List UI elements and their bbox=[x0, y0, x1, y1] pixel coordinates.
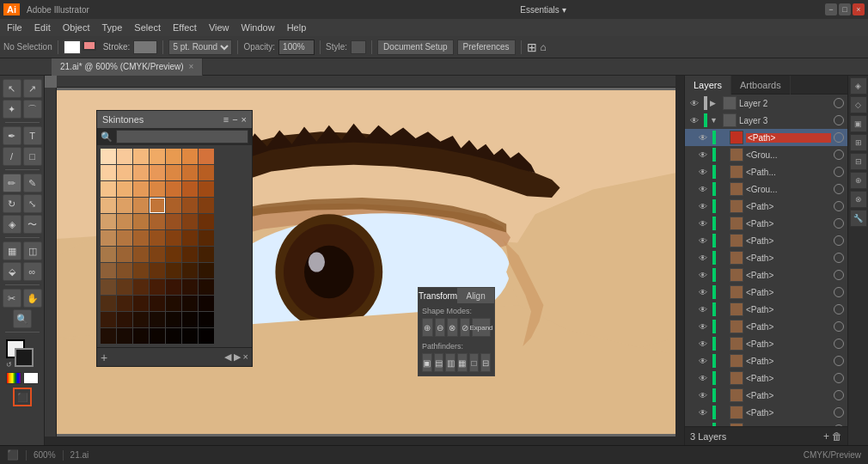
swatch-0-3[interactable] bbox=[150, 149, 165, 164]
layer-visibility-path9[interactable]: 👁 bbox=[697, 303, 709, 315]
menu-select[interactable]: Select bbox=[129, 21, 166, 34]
layer-target-group2[interactable] bbox=[834, 184, 844, 194]
swatch-4-3[interactable] bbox=[150, 214, 165, 229]
skintones-close-btn[interactable]: × bbox=[241, 114, 247, 125]
stroke-color-indicator[interactable] bbox=[83, 40, 100, 54]
layer-visibility-path5[interactable]: 👁 bbox=[697, 235, 709, 247]
layer-row-path13[interactable]: 👁<Path> bbox=[685, 369, 847, 387]
layer-row-path12[interactable]: 👁<Path> bbox=[685, 352, 847, 369]
swatch-10-4[interactable] bbox=[166, 312, 181, 327]
type-tool[interactable]: T bbox=[23, 126, 42, 145]
tab-transform[interactable]: Transform bbox=[419, 288, 457, 303]
layer-target-path10[interactable] bbox=[834, 321, 844, 332]
swatch-1-5[interactable] bbox=[182, 165, 198, 180]
layer-row-group1[interactable]: 👁<Grou... bbox=[685, 146, 847, 163]
skintones-min-btn[interactable]: − bbox=[232, 114, 237, 125]
gradient-tool[interactable]: ◫ bbox=[23, 241, 42, 260]
swatch-6-4[interactable] bbox=[166, 247, 181, 262]
swatch-4-2[interactable] bbox=[133, 214, 149, 229]
layer-row-path3[interactable]: 👁<Path> bbox=[685, 198, 847, 215]
magic-wand-tool[interactable]: ✦ bbox=[3, 100, 21, 119]
swatch-9-0[interactable] bbox=[101, 296, 116, 311]
document-setup-button[interactable]: Document Setup bbox=[377, 40, 454, 55]
swatch-7-6[interactable] bbox=[199, 263, 214, 278]
swatch-7-0[interactable] bbox=[101, 263, 116, 278]
swatch-2-6[interactable] bbox=[199, 181, 214, 197]
layer-visibility-path15[interactable]: 👁 bbox=[697, 406, 709, 418]
delete-layer-btn[interactable]: 🗑 bbox=[832, 430, 842, 443]
column-graph-tool[interactable]: ▦ bbox=[3, 241, 21, 260]
menu-type[interactable]: Type bbox=[97, 21, 128, 34]
swatch-11-1[interactable] bbox=[117, 328, 132, 344]
swatch-4-6[interactable] bbox=[199, 214, 214, 229]
layer-visibility-path11[interactable]: 👁 bbox=[697, 338, 709, 350]
layer-target-path6[interactable] bbox=[834, 253, 844, 263]
expand-btn[interactable]: Expand bbox=[472, 318, 491, 337]
layer-target-path15[interactable] bbox=[834, 407, 844, 418]
hand-tool[interactable]: ✋ bbox=[23, 289, 42, 308]
layer-row-group2[interactable]: 👁<Grou... bbox=[685, 180, 847, 198]
layer-visibility-group2[interactable]: 👁 bbox=[697, 183, 709, 195]
swatch-2-4[interactable] bbox=[166, 181, 181, 197]
swatch-11-2[interactable] bbox=[133, 328, 149, 344]
swatch-5-3[interactable] bbox=[150, 230, 165, 246]
far-right-btn6[interactable]: ⊕ bbox=[850, 172, 867, 189]
menu-file[interactable]: File bbox=[2, 21, 28, 34]
horizontal-scrollbar[interactable] bbox=[45, 437, 684, 445]
scissors-tool[interactable]: ✂ bbox=[3, 289, 21, 308]
menu-effect[interactable]: Effect bbox=[168, 21, 202, 34]
vertical-scrollbar[interactable] bbox=[675, 76, 684, 437]
swatch-0-5[interactable] bbox=[182, 149, 198, 164]
swatch-0-0[interactable] bbox=[101, 149, 116, 164]
swatch-10-3[interactable] bbox=[150, 312, 165, 327]
layer-target-path14[interactable] bbox=[834, 390, 844, 400]
layer-row-path10[interactable]: 👁<Path> bbox=[685, 318, 847, 335]
minus-back-btn[interactable]: ⊟ bbox=[480, 353, 491, 372]
layer-row-path7[interactable]: 👁<Path> bbox=[685, 266, 847, 284]
layer-visibility-path13[interactable]: 👁 bbox=[697, 372, 709, 384]
layer-visibility-path8[interactable]: 👁 bbox=[697, 286, 709, 298]
swatch-2-1[interactable] bbox=[117, 181, 132, 197]
brush-size-select[interactable]: 5 pt. Round bbox=[168, 40, 232, 55]
layer-row-path4[interactable]: 👁<Path> bbox=[685, 215, 847, 232]
select-tool[interactable]: ↖ bbox=[3, 79, 21, 98]
swatch-11-4[interactable] bbox=[166, 328, 181, 344]
swatch-8-2[interactable] bbox=[133, 279, 149, 295]
swatch-9-4[interactable] bbox=[166, 296, 181, 311]
swatch-1-4[interactable] bbox=[166, 165, 181, 180]
layer-target-layer2[interactable] bbox=[834, 98, 844, 108]
width-tool[interactable]: ◈ bbox=[3, 215, 21, 234]
far-right-btn4[interactable]: ⊞ bbox=[850, 134, 867, 151]
swatch-11-6[interactable] bbox=[199, 328, 214, 344]
swatch-10-0[interactable] bbox=[101, 312, 116, 327]
layer-visibility-path4[interactable]: 👁 bbox=[697, 217, 709, 229]
swatch-1-1[interactable] bbox=[117, 165, 132, 180]
layer-visibility-path10[interactable]: 👁 bbox=[697, 321, 709, 333]
close-swatch-btn[interactable]: × bbox=[243, 351, 248, 363]
preferences-button[interactable]: Preferences bbox=[457, 40, 516, 55]
swatch-5-2[interactable] bbox=[133, 230, 149, 246]
exclude-btn[interactable]: ⊘ bbox=[460, 318, 471, 337]
new-layer-btn[interactable]: + bbox=[823, 430, 829, 443]
swatch-5-4[interactable] bbox=[166, 230, 181, 246]
swatch-7-3[interactable] bbox=[150, 263, 165, 278]
tab-align[interactable]: Align bbox=[457, 288, 494, 303]
prev-swatch-btn[interactable]: ◀ bbox=[224, 351, 231, 363]
rotate-tool[interactable]: ↻ bbox=[3, 194, 21, 213]
swatch-5-1[interactable] bbox=[117, 230, 132, 246]
layer-visibility-path3[interactable]: 👁 bbox=[697, 200, 709, 212]
swatch-10-1[interactable] bbox=[117, 312, 132, 327]
swatch-2-0[interactable] bbox=[101, 181, 116, 197]
layer-visibility-path2[interactable]: 👁 bbox=[697, 166, 709, 178]
far-right-btn1[interactable]: ◈ bbox=[850, 77, 867, 95]
swatch-1-6[interactable] bbox=[199, 165, 214, 180]
merge-btn[interactable]: ▥ bbox=[445, 353, 455, 372]
layer-visibility-layer2[interactable]: 👁 bbox=[688, 97, 700, 109]
layer-row-layer3[interactable]: 👁▼Layer 3 bbox=[685, 112, 847, 129]
far-right-btn8[interactable]: 🔧 bbox=[850, 210, 867, 227]
far-right-btn2[interactable]: ◇ bbox=[850, 96, 867, 113]
stroke-box[interactable] bbox=[133, 40, 157, 54]
swatch-11-5[interactable] bbox=[182, 328, 198, 344]
swatch-11-3[interactable] bbox=[150, 328, 165, 344]
layer-target-path8[interactable] bbox=[834, 287, 844, 297]
